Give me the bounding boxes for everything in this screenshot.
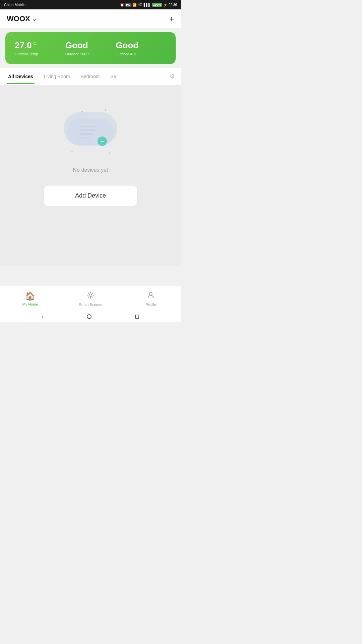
tab-living-room[interactable]: Living Room xyxy=(39,69,75,84)
hd-icon: HD xyxy=(125,3,131,7)
chevron-down-icon: ⌄ xyxy=(32,16,37,22)
profile-icon xyxy=(147,291,155,301)
home-icon: 🏠 xyxy=(25,291,35,301)
deco-star-3: ✦ xyxy=(70,150,74,154)
deco-star-2: ✦ xyxy=(104,108,107,113)
empty-illustration: ✦ ✦ ✦ ✦ − xyxy=(60,105,121,159)
outdoor-aqi-label: Outdoor AQI xyxy=(116,52,166,56)
status-bar-right: ⏰ HD 📶 4G ▌▌▌ 100% ⚡ 22:36 xyxy=(120,3,177,7)
tab-se[interactable]: Se xyxy=(105,69,121,84)
wifi-icon: 📶 xyxy=(132,3,136,7)
outdoor-pm25-label: Outdoor PM2.5 xyxy=(65,52,116,56)
tabs-container: All Devices Living Room Bedroom Se ⚙ xyxy=(0,68,181,85)
home-hardware-button[interactable] xyxy=(87,314,92,319)
outdoor-pm25-item: Good Outdoor PM2.5 xyxy=(65,40,116,56)
top-bar: WOOX ⌄ + xyxy=(0,9,181,28)
tab-all-devices[interactable]: All Devices xyxy=(3,69,39,84)
scenes-icon xyxy=(86,291,95,301)
svg-line-7 xyxy=(88,297,89,297)
minus-circle-icon: − xyxy=(98,137,107,146)
tab-bedroom[interactable]: Bedroom xyxy=(75,69,105,84)
outdoor-temp-label: Outdoor Temp xyxy=(15,52,65,56)
alarm-icon: ⏰ xyxy=(120,3,124,7)
svg-line-6 xyxy=(92,297,93,297)
outdoor-temp-item: 27.0°C Outdoor Temp xyxy=(15,40,65,56)
charging-icon: ⚡ xyxy=(163,3,167,7)
battery-icon: 100% xyxy=(152,3,162,7)
main-content: ✦ ✦ ✦ ✦ − No devices yet Add Device xyxy=(0,85,181,266)
nav-item-profile[interactable]: Profile xyxy=(121,286,181,311)
signal-icon: 4G xyxy=(138,3,142,7)
android-nav-bar: ‹ xyxy=(0,311,181,322)
gear-icon[interactable]: ⚙ xyxy=(166,68,178,85)
recents-button[interactable] xyxy=(135,315,139,319)
empty-state: ✦ ✦ ✦ ✦ − No devices yet Add Device xyxy=(44,105,137,206)
doc-line-3 xyxy=(79,133,94,135)
add-device-button[interactable]: Add Device xyxy=(44,185,137,206)
doc-line-1 xyxy=(79,126,97,127)
outdoor-aqi-value: Good xyxy=(116,40,166,51)
carrier-label: China Mobile xyxy=(4,3,25,7)
outdoor-pm25-value: Good xyxy=(65,40,116,51)
nav-scenes-label: Smart Scenes xyxy=(79,303,102,307)
svg-line-5 xyxy=(88,292,89,293)
nav-profile-label: Profile xyxy=(145,303,156,307)
outdoor-temp-value: 27.0°C xyxy=(15,40,65,51)
bottom-nav: 🏠 My Home Smart Scenes xyxy=(0,286,181,311)
status-bar: China Mobile ⏰ HD 📶 4G ▌▌▌ 100% ⚡ 22:36 xyxy=(0,0,181,9)
weather-card: 27.0°C Outdoor Temp Good Outdoor PM2.5 G… xyxy=(5,32,176,64)
doc-line-2 xyxy=(79,129,97,131)
empty-document-icon: − xyxy=(75,117,106,147)
svg-point-0 xyxy=(89,294,92,297)
no-devices-message: No devices yet xyxy=(73,167,108,173)
brand-title[interactable]: WOOX ⌄ xyxy=(7,14,37,23)
svg-line-8 xyxy=(92,292,93,293)
back-button[interactable]: ‹ xyxy=(42,314,44,319)
deco-star-1: ✦ xyxy=(80,109,84,114)
doc-line-4 xyxy=(79,137,89,139)
time-label: 22:36 xyxy=(169,3,177,7)
svg-point-9 xyxy=(149,292,152,295)
nav-item-scenes[interactable]: Smart Scenes xyxy=(60,286,121,311)
add-button[interactable]: + xyxy=(169,14,174,23)
signal-bars-icon: ▌▌▌ xyxy=(144,3,151,7)
nav-home-label: My Home xyxy=(22,302,38,306)
nav-item-home[interactable]: 🏠 My Home xyxy=(0,286,60,311)
outdoor-aqi-item: Good Outdoor AQI xyxy=(116,40,166,56)
deco-star-4: ✦ xyxy=(108,151,111,156)
